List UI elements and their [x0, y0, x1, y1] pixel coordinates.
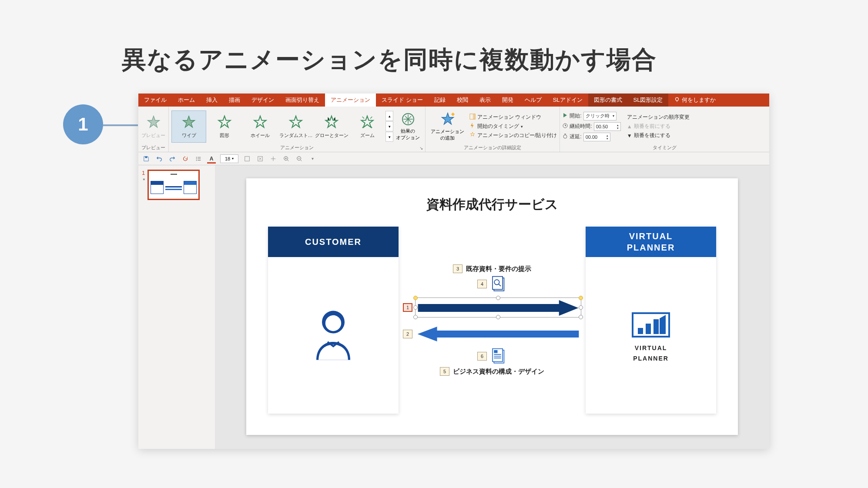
- gallery-up-button[interactable]: ▴: [385, 111, 393, 121]
- tab-developer[interactable]: 開発: [496, 94, 519, 107]
- move-earlier-button[interactable]: ▲ 順番を前にする: [627, 122, 690, 130]
- undo-icon[interactable]: [155, 154, 164, 163]
- step-badge: 1: [63, 104, 103, 144]
- svg-point-0: [676, 97, 679, 100]
- qat-icon-2[interactable]: [256, 154, 265, 163]
- trigger-icon: [469, 123, 476, 130]
- tab-design[interactable]: デザイン: [246, 94, 280, 107]
- duration-row: 継続時間: 00.50 ▴▾: [563, 122, 620, 131]
- anim-shape[interactable]: 図形: [207, 110, 242, 143]
- preview-button[interactable]: プレビュー: [141, 110, 166, 143]
- vp-header-line2: PLANNER: [627, 242, 675, 253]
- tab-help[interactable]: ヘルプ: [519, 94, 547, 107]
- anim-tag-5[interactable]: 5: [440, 367, 449, 376]
- animation-painter-button[interactable]: アニメーションのコピー/貼り付け: [469, 131, 557, 140]
- content-area: 1 * ■■■■■ 資料作成代行サービス: [138, 165, 769, 449]
- duration-value: 00.50: [596, 124, 608, 129]
- selected-arrow-right[interactable]: [415, 297, 581, 318]
- anim-grow-turn[interactable]: グローとターン: [314, 110, 349, 143]
- move-later-button[interactable]: ▼ 順番を後にする: [627, 131, 690, 140]
- font-color-icon[interactable]: A: [207, 154, 216, 163]
- tab-view[interactable]: 表示: [474, 94, 496, 107]
- tab-review[interactable]: 校閲: [451, 94, 474, 107]
- customer-card[interactable]: CUSTOMER: [268, 227, 399, 414]
- anim-zoom[interactable]: ズーム: [350, 110, 385, 143]
- tab-sl-addin[interactable]: SLアドイン: [547, 94, 588, 107]
- thumb-number: 1: [142, 170, 145, 176]
- bottom-arrow-label[interactable]: ビジネス資料の構成・デザイン: [453, 368, 544, 376]
- svg-rect-23: [638, 328, 643, 334]
- zoom-out-icon[interactable]: [295, 154, 304, 163]
- slide-editor[interactable]: 資料作成代行サービス CUSTOMER: [215, 165, 769, 449]
- anim-wipe-label: ワイプ: [182, 132, 196, 139]
- virtual-planner-card[interactable]: VIRTUAL PLANNER: [586, 227, 716, 414]
- group-advanced-label: アニメーションの詳細設定: [428, 144, 557, 152]
- qat-more-icon[interactable]: ▾: [308, 154, 317, 163]
- slide-title[interactable]: 資料作成代行サービス: [268, 196, 716, 214]
- delay-label: 遅延:: [570, 133, 581, 140]
- tab-transitions[interactable]: 画面切り替え: [280, 94, 325, 107]
- qat-icon-1[interactable]: [243, 154, 251, 163]
- star-icon: [216, 114, 233, 130]
- tab-file[interactable]: ファイル: [138, 94, 172, 107]
- anim-tag-1[interactable]: 1: [403, 303, 412, 312]
- down-triangle-icon: ▼: [627, 133, 632, 139]
- step-connector: [103, 124, 138, 126]
- anim-tag-2[interactable]: 2: [403, 330, 412, 338]
- star-icon: [323, 114, 340, 130]
- tell-me-search[interactable]: 何をしますか: [668, 94, 769, 107]
- redo-icon[interactable]: [168, 154, 177, 163]
- painter-icon: [469, 132, 476, 139]
- ribbon-tabs: ファイル ホーム 挿入 描画 デザイン 画面切り替え アニメーション スライド …: [138, 94, 769, 107]
- start-combo[interactable]: クリック時▾: [583, 112, 617, 120]
- delay-value: 00.00: [586, 134, 598, 140]
- tab-record[interactable]: 記録: [429, 94, 451, 107]
- repeat-icon[interactable]: [181, 154, 190, 163]
- person-icon: [309, 306, 357, 364]
- top-arrow-label[interactable]: 既存資料・要件の提示: [466, 265, 531, 273]
- thumb-anim-indicator: *: [143, 177, 145, 184]
- delay-spinner[interactable]: 00.00 ▴▾: [583, 133, 610, 141]
- tab-slideshow[interactable]: スライド ショー: [376, 94, 429, 107]
- bullets-icon[interactable]: [194, 154, 203, 163]
- document-layout-icon[interactable]: [490, 347, 507, 365]
- tab-draw[interactable]: 描画: [223, 94, 246, 107]
- zoom-in-icon[interactable]: [282, 154, 291, 163]
- tab-shape-format[interactable]: 図形の書式: [588, 94, 628, 107]
- svg-point-5: [563, 135, 567, 138]
- anim-wipe[interactable]: ワイプ: [171, 110, 206, 143]
- animation-dialog-launcher[interactable]: ↘: [418, 145, 424, 151]
- slide-canvas[interactable]: 資料作成代行サービス CUSTOMER: [246, 178, 738, 435]
- group-timing-label: タイミング: [563, 144, 767, 152]
- anim-wheel[interactable]: ホイール: [243, 110, 278, 143]
- gallery-down-button[interactable]: ▾: [385, 121, 393, 131]
- anim-random-bars[interactable]: ランダムスト…: [278, 110, 313, 143]
- svg-point-9: [196, 160, 197, 160]
- anim-shape-label: 図形: [220, 132, 229, 139]
- anim-tag-6[interactable]: 6: [477, 352, 487, 361]
- vp-logo-line2: PLANNER: [633, 355, 669, 362]
- add-animation-button[interactable]: アニメーション の追加: [428, 110, 467, 143]
- tab-sl-shape-settings[interactable]: SL図形設定: [628, 94, 669, 107]
- anim-random-label: ランダムスト…: [279, 132, 313, 139]
- font-size-combo[interactable]: 18 ▾: [220, 154, 238, 163]
- duration-spinner[interactable]: 00.50 ▴▾: [594, 122, 621, 131]
- anim-tag-4[interactable]: 4: [477, 280, 487, 288]
- star-icon: [288, 114, 304, 130]
- tab-insert[interactable]: 挿入: [201, 94, 223, 107]
- animation-pane-button[interactable]: アニメーション ウィンドウ: [469, 113, 557, 121]
- thumbnail-pane: 1 * ■■■■■: [138, 165, 215, 449]
- arrow-left[interactable]: [415, 325, 581, 343]
- tab-home[interactable]: ホーム: [172, 94, 201, 107]
- document-search-icon[interactable]: [490, 275, 507, 293]
- anim-tag-3[interactable]: 3: [453, 264, 462, 273]
- qat-icon-3[interactable]: [269, 154, 278, 163]
- tab-animations[interactable]: アニメーション: [325, 94, 376, 107]
- effect-options-button[interactable]: 効果の オプション: [393, 110, 422, 143]
- group-preview: プレビュー プレビュー: [138, 107, 169, 152]
- trigger-button[interactable]: 開始のタイミング▾: [469, 122, 557, 130]
- gallery-more-button[interactable]: ▾: [385, 132, 393, 142]
- slide-thumbnail-1[interactable]: ■■■■■: [147, 170, 200, 200]
- add-animation-icon: [440, 112, 455, 127]
- save-icon[interactable]: [142, 154, 151, 163]
